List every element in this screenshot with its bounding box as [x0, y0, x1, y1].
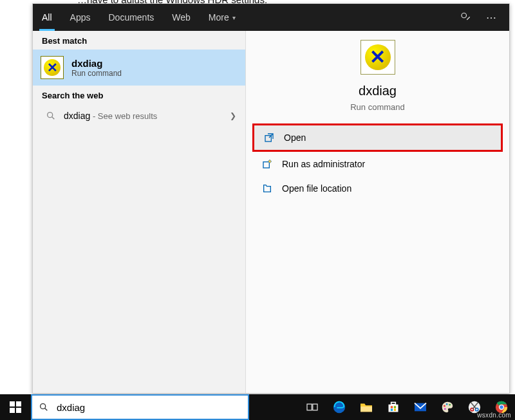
open-icon — [263, 132, 275, 143]
svg-rect-10 — [313, 404, 317, 410]
svg-point-7 — [41, 404, 46, 409]
svg-rect-15 — [391, 406, 393, 408]
svg-point-2 — [48, 113, 53, 118]
more-options-icon[interactable]: ⋯ — [478, 4, 504, 31]
svg-rect-16 — [394, 406, 396, 408]
watermark-text: wsxdn.com — [477, 412, 511, 419]
svg-rect-12 — [360, 406, 372, 412]
svg-rect-14 — [391, 403, 396, 405]
tab-documents-label: Documents — [108, 12, 154, 23]
paint-icon[interactable] — [434, 394, 461, 420]
edge-icon[interactable] — [326, 394, 353, 420]
dxdiag-icon: ✕ — [360, 40, 395, 75]
action-run-admin-label: Run as administrator — [282, 159, 365, 169]
windows-logo-icon — [10, 401, 21, 413]
folder-location-icon — [261, 183, 273, 194]
svg-point-22 — [449, 404, 451, 406]
search-tabbar: All Apps Documents Web More▾ ⋯ — [33, 4, 509, 31]
action-open[interactable]: Open — [252, 123, 503, 152]
web-result-item[interactable]: dxdiag - See web results ❯ — [33, 104, 245, 127]
svg-rect-18 — [394, 409, 396, 411]
svg-line-1 — [467, 17, 470, 20]
results-left-column: Best match ✕ dxdiag Run command Search t… — [33, 31, 246, 393]
action-open-location[interactable]: Open file location — [252, 176, 503, 201]
svg-point-20 — [444, 405, 445, 407]
chevron-down-icon: ▾ — [232, 14, 236, 21]
feedback-icon[interactable] — [453, 4, 478, 31]
start-button[interactable] — [0, 394, 31, 420]
svg-line-3 — [52, 117, 55, 120]
microsoft-store-icon[interactable] — [380, 394, 407, 420]
action-open-label: Open — [284, 132, 306, 143]
tab-web[interactable]: Web — [163, 4, 200, 31]
search-web-header: Search the web — [33, 86, 245, 104]
tab-all[interactable]: All — [33, 4, 61, 31]
svg-rect-9 — [307, 404, 312, 410]
tab-apps-label: Apps — [70, 12, 91, 23]
best-match-header: Best match — [33, 31, 245, 50]
action-open-location-label: Open file location — [282, 183, 351, 194]
dxdiag-icon: ✕ — [41, 56, 64, 79]
tab-all-label: All — [42, 12, 52, 23]
task-view-icon[interactable] — [299, 394, 326, 420]
web-result-term: dxdiag — [64, 111, 90, 121]
action-run-admin[interactable]: Run as administrator — [252, 152, 503, 176]
search-icon — [46, 111, 56, 121]
svg-point-31 — [500, 405, 503, 409]
svg-point-0 — [462, 13, 467, 18]
best-match-title: dxdiag — [71, 58, 122, 69]
preview-title: dxdiag — [359, 84, 397, 98]
best-match-subtitle: Run command — [71, 69, 122, 78]
file-explorer-icon[interactable] — [353, 394, 380, 420]
tab-more[interactable]: More▾ — [200, 4, 245, 31]
search-input[interactable] — [55, 401, 241, 414]
svg-point-21 — [446, 403, 448, 405]
tab-more-label: More — [209, 12, 229, 23]
preview-actions: Open Run as administrator Open file loca… — [246, 123, 509, 201]
tab-apps[interactable]: Apps — [61, 4, 100, 31]
tab-documents[interactable]: Documents — [99, 4, 163, 31]
web-result-hint: - See web results — [90, 111, 157, 121]
svg-rect-13 — [389, 405, 398, 412]
result-preview-pane: ✕ dxdiag Run command Open Run as adminis… — [246, 31, 509, 393]
best-match-result[interactable]: ✕ dxdiag Run command — [33, 50, 245, 86]
preview-subtitle: Run command — [350, 102, 405, 112]
windows-search-panel: All Apps Documents Web More▾ ⋯ Best matc… — [32, 3, 510, 394]
chevron-right-icon: ❯ — [230, 111, 236, 120]
shield-run-icon — [261, 158, 273, 170]
tab-web-label: Web — [172, 12, 191, 23]
svg-rect-17 — [391, 409, 393, 411]
svg-rect-6 — [263, 162, 269, 168]
mail-icon[interactable] — [407, 394, 434, 420]
svg-point-23 — [444, 408, 446, 410]
search-icon — [39, 402, 49, 412]
taskbar-search-box[interactable] — [31, 394, 249, 420]
taskbar — [0, 394, 515, 420]
svg-line-8 — [45, 408, 48, 411]
